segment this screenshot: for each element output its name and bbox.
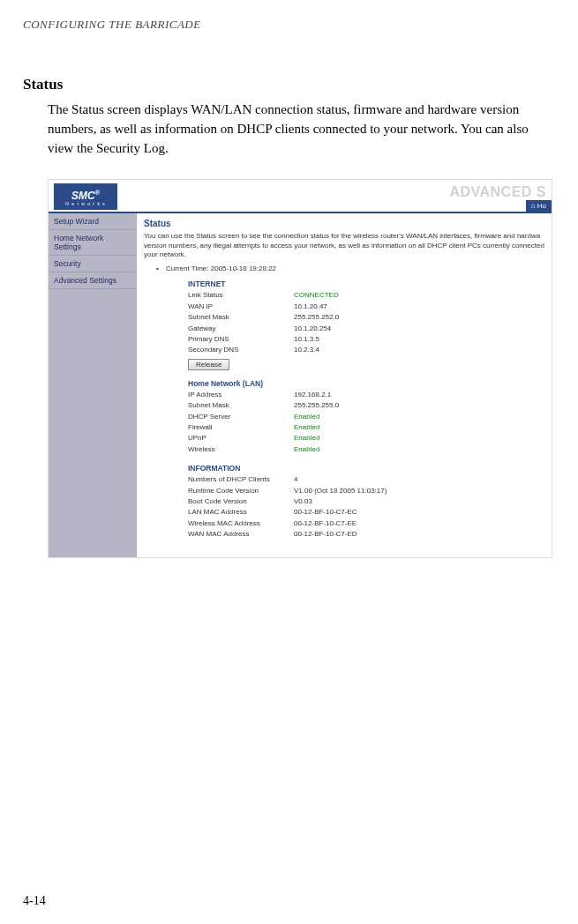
main-panel: Status You can use the Status screen to … [137,213,552,557]
status-title: Status [144,219,544,228]
row-secondary-dns: Secondary DNS10.2.3.4 [188,345,544,355]
top-bar: SMC® N e t w o r k s ADVANCED S ⌂ Ho [49,180,552,212]
page-header: CONFIGURING THE BARRICADE [0,0,578,32]
row-subnet-mask-lan: Subnet Mask255.255.255.0 [188,400,544,411]
logo-reg: ® [95,190,100,196]
row-runtime-version: Runtime Code VersionV1.00 (Oct 18 2005 1… [188,486,544,496]
group-information: INFORMATION Numbers of DHCP Clients4 Run… [188,464,544,540]
row-primary-dns: Primary DNS10.1.3.5 [188,334,544,345]
row-upnp: UPnPEnabled [188,433,544,443]
status-intro: You can use the Status screen to see the… [144,232,544,259]
current-time-row: Current Time: 2005-10-18 19:28:22 [156,265,544,272]
logo-subtext: N e t w o r k s [65,201,106,206]
row-wan-mac: WAN MAC Address00-12-BF-10-C7-ED [188,529,544,540]
group-internet: INTERNET Link StatusCONNECTED WAN IP10.1… [188,279,544,369]
current-time-value: 2005-10-18 19:28:22 [211,265,276,272]
row-wireless: WirelessEnabled [188,444,544,455]
sidebar-item-advanced-settings[interactable]: Advanced Settings [49,272,137,289]
section-title: Status [0,32,578,93]
row-link-status: Link StatusCONNECTED [188,290,544,301]
page-number: 4-14 [23,894,46,908]
row-wireless-mac: Wireless MAC Address00-12-BF-10-C7-EE [188,518,544,529]
sidebar: Setup Wizard Home Network Settings Secur… [49,213,137,557]
release-button[interactable]: Release [188,359,229,370]
group-information-title: INFORMATION [188,464,544,473]
brand-logo: SMC® N e t w o r k s [54,183,117,210]
row-gateway: Gateway10.1.20.254 [188,324,544,334]
row-dhcp-clients: Numbers of DHCP Clients4 [188,474,544,485]
section-body: The Status screen displays WAN/LAN conne… [0,93,578,158]
sidebar-item-security[interactable]: Security [49,256,137,272]
group-lan: Home Network (LAN) IP Address192.168.2.1… [188,379,544,455]
logo-text: SMC [71,190,95,202]
row-wan-ip: WAN IP10.1.20.47 [188,302,544,312]
home-button-label: Ho [537,202,546,210]
row-lan-mac: LAN MAC Address00-12-BF-10-C7-EC [188,507,544,518]
row-dhcp-server: DHCP ServerEnabled [188,412,544,422]
row-subnet-mask-wan: Subnet Mask255.255.252.0 [188,312,544,323]
home-button[interactable]: ⌂ Ho [526,200,552,212]
router-screenshot: SMC® N e t w o r k s ADVANCED S ⌂ Ho Set… [48,179,552,558]
sidebar-item-home-network[interactable]: Home Network Settings [49,230,137,256]
group-internet-title: INTERNET [188,279,544,288]
row-firewall: FirewallEnabled [188,422,544,433]
row-boot-version: Boot Code VersionV0.03 [188,496,544,507]
home-icon: ⌂ [531,202,537,210]
current-time-label: Current Time: [166,265,208,272]
group-lan-title: Home Network (LAN) [188,379,544,388]
row-ip-address: IP Address192.168.2.1 [188,390,544,400]
advanced-heading: ADVANCED S [449,184,546,200]
sidebar-item-setup-wizard[interactable]: Setup Wizard [49,213,137,230]
